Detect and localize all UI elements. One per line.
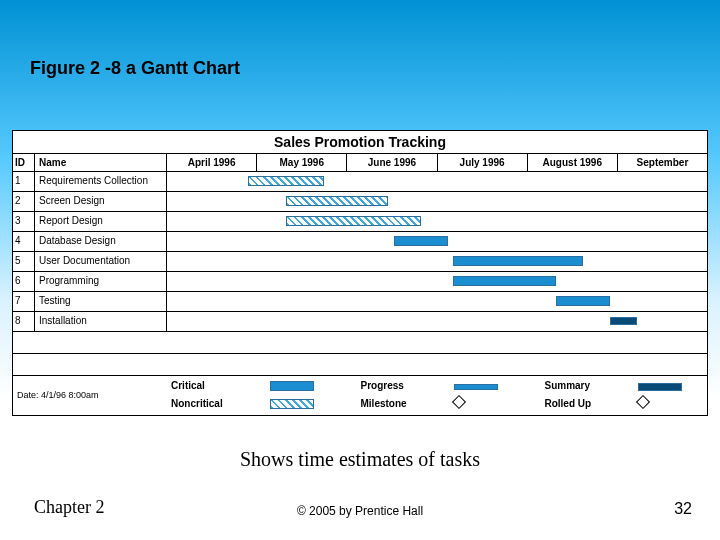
task-bar-area — [167, 252, 707, 271]
task-id: 2 — [13, 192, 35, 211]
task-row: 6 Programming — [13, 272, 707, 292]
legend-label-rolledup: Rolled Up — [544, 398, 612, 409]
slide-caption: Shows time estimates of tasks — [0, 448, 720, 471]
gantt-bar — [556, 296, 610, 306]
task-bar-area — [167, 212, 707, 231]
task-name: Report Design — [35, 212, 167, 231]
gantt-bar — [610, 317, 637, 325]
task-bar-area — [167, 192, 707, 211]
column-header-month: May 1996 — [256, 154, 346, 171]
task-rows: 1 Requirements Collection 2 Screen Desig… — [13, 172, 707, 332]
task-name: Database Design — [35, 232, 167, 251]
legend-date: Date: 4/1/96 8:00am — [17, 390, 171, 400]
gantt-bar — [248, 176, 324, 186]
task-row: 1 Requirements Collection — [13, 172, 707, 192]
spacer-row — [13, 332, 707, 354]
task-row: 3 Report Design — [13, 212, 707, 232]
task-row: 2 Screen Design — [13, 192, 707, 212]
task-name: Programming — [35, 272, 167, 291]
task-row: 8 Installation — [13, 312, 707, 332]
legend-label-noncritical: Noncritical — [171, 398, 244, 409]
chart-legend: Date: 4/1/96 8:00am Critical Progress Su… — [13, 376, 707, 415]
legend-swatch-critical — [270, 381, 314, 391]
column-header-month: June 1996 — [346, 154, 436, 171]
chart-title: Sales Promotion Tracking — [13, 131, 707, 154]
task-id: 3 — [13, 212, 35, 231]
legend-swatch-noncritical — [270, 399, 314, 409]
task-row: 5 User Documentation — [13, 252, 707, 272]
task-id: 8 — [13, 312, 35, 331]
task-bar-area — [167, 312, 707, 331]
task-name: Installation — [35, 312, 167, 331]
footer-page: 32 — [674, 500, 692, 518]
task-id: 1 — [13, 172, 35, 191]
legend-swatch-summary — [638, 383, 682, 391]
column-header-month: July 1996 — [437, 154, 527, 171]
task-name: Requirements Collection — [35, 172, 167, 191]
footer-copyright: © 2005 by Prentice Hall — [0, 504, 720, 518]
column-header-month: September — [617, 154, 707, 171]
legend-label-critical: Critical — [171, 380, 244, 391]
column-header-month: August 1996 — [527, 154, 617, 171]
task-id: 6 — [13, 272, 35, 291]
legend-label-milestone: Milestone — [361, 398, 428, 409]
task-id: 5 — [13, 252, 35, 271]
task-bar-area — [167, 292, 707, 311]
column-header-id: ID — [13, 154, 35, 171]
task-id: 4 — [13, 232, 35, 251]
gantt-chart: Sales Promotion Tracking ID Name April 1… — [12, 130, 708, 416]
rolled-up-icon — [636, 395, 650, 409]
chart-header-row: ID Name April 1996 May 1996 June 1996 Ju… — [13, 154, 707, 172]
milestone-icon — [451, 395, 465, 409]
legend-swatch-progress — [454, 384, 498, 390]
task-name: User Documentation — [35, 252, 167, 271]
task-bar-area — [167, 172, 707, 191]
column-header-month: April 1996 — [167, 154, 256, 171]
gantt-bar — [394, 236, 448, 246]
task-bar-area — [167, 232, 707, 251]
legend-label-summary: Summary — [544, 380, 612, 391]
task-name: Screen Design — [35, 192, 167, 211]
gantt-bar — [453, 256, 583, 266]
gantt-bar — [286, 196, 389, 206]
gantt-bar — [286, 216, 421, 226]
task-id: 7 — [13, 292, 35, 311]
legend-label-progress: Progress — [361, 380, 428, 391]
task-name: Testing — [35, 292, 167, 311]
spacer-row — [13, 354, 707, 376]
task-row: 4 Database Design — [13, 232, 707, 252]
task-bar-area — [167, 272, 707, 291]
gantt-bar — [453, 276, 556, 286]
slide-title: Figure 2 -8 a Gantt Chart — [30, 58, 240, 79]
column-header-name: Name — [35, 154, 167, 171]
task-row: 7 Testing — [13, 292, 707, 312]
